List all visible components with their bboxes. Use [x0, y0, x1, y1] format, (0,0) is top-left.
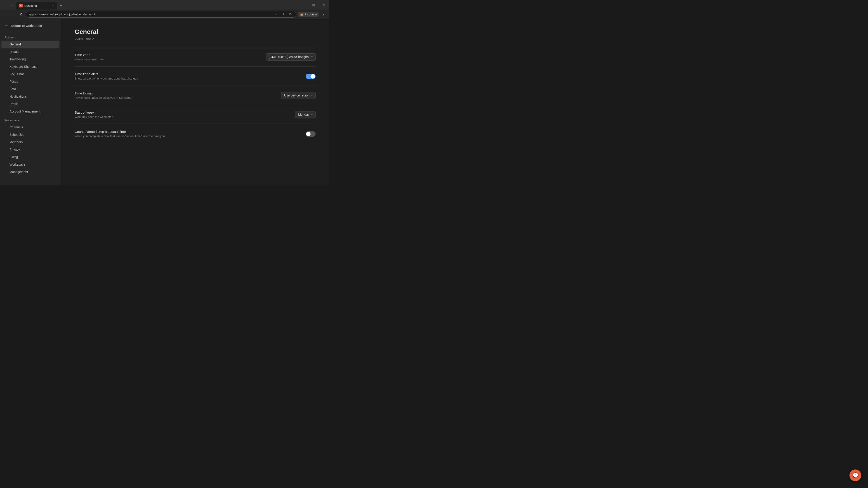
address-bar[interactable]: app.sunsama.com/group/moodjoy/settings/a… [26, 11, 296, 18]
window-minimize-button[interactable]: — [298, 0, 308, 9]
sidebar-item-timeboxing[interactable]: Timeboxing [1, 56, 59, 63]
dropdown-time-zone[interactable]: (GMT +08:00) Asia/Shanghai▾ [266, 53, 315, 61]
sidebar-item-focus-bar[interactable]: Focus Bar [1, 70, 59, 78]
sidebar-item-general[interactable]: General [1, 41, 59, 48]
dropdown-value-time-zone: (GMT +08:00) Asia/Shanghai [269, 55, 309, 59]
dropdown-chevron-icon: ▾ [311, 94, 313, 97]
toggle-time-zone-alert[interactable] [306, 74, 315, 79]
settings-section-time-format: Time formatHow should times be displayed… [74, 86, 315, 105]
sidebar-item-billing[interactable]: Billing [1, 153, 59, 161]
settings-label-start-of-week: Start of week [74, 110, 291, 114]
window-controls: — ⧉ × [298, 0, 329, 9]
account-nav: GeneralRitualsTimeboxingKeyboard Shortcu… [0, 41, 61, 115]
forward-button[interactable]: → [10, 11, 17, 18]
incognito-label: Incognito [305, 13, 317, 16]
tab-nav-back[interactable]: ‹ [2, 2, 8, 9]
settings-description-time-format: How should times be displayed in Sunsama… [74, 96, 277, 99]
tab-close-button[interactable]: × [50, 4, 54, 8]
sidebar-item-channels[interactable]: Channels [1, 124, 59, 131]
sidebar-item-beta[interactable]: Beta [1, 86, 59, 93]
main-content: General Learn more ↗ Time zoneWhat's you… [61, 19, 329, 185]
settings-description-count-planned-time: When you complete a task that has no "ac… [74, 134, 301, 138]
window-close-button[interactable]: × [319, 0, 329, 9]
new-tab-button[interactable]: + [58, 2, 64, 9]
download-button[interactable]: ⬇ [280, 11, 286, 17]
sidebar-item-rituals[interactable]: Rituals [1, 48, 59, 55]
dropdown-value-time-format: Use device region [284, 94, 309, 97]
learn-more-link[interactable]: Learn more ↗ [74, 37, 315, 40]
settings-label-group-start-of-week: Start of weekWhat day does the week star… [74, 110, 291, 119]
settings-description-time-zone-alert: Show an alert when your time zone has ch… [74, 77, 301, 80]
settings-section-time-zone-alert: Time zone alertShow an alert when your t… [74, 66, 315, 86]
dropdown-chevron-icon: ▾ [311, 113, 313, 116]
workspace-section-label: Workspace [0, 115, 61, 123]
page-title: General [74, 28, 315, 35]
sidebar-item-profile[interactable]: Profile [1, 100, 59, 107]
settings-section-start-of-week: Start of weekWhat day does the week star… [74, 105, 315, 124]
tab-title: Sunsama [24, 4, 49, 7]
settings-label-group-time-zone-alert: Time zone alertShow an alert when your t… [74, 72, 301, 80]
sidebar-item-account-management[interactable]: Account Management [1, 108, 59, 115]
dropdown-value-start-of-week: Monday [298, 113, 309, 116]
back-button[interactable]: ← [3, 11, 9, 18]
settings-label-time-zone: Time zone [74, 53, 261, 57]
sidebar: ← Return to workspace Account GeneralRit… [0, 19, 61, 185]
settings-section-count-planned-time: Count planned time as actual timeWhen yo… [74, 124, 315, 143]
browser-menu-button[interactable]: ⋮ [320, 11, 327, 17]
url-display: app.sunsama.com/group/moodjoy/settings/a… [29, 13, 271, 16]
settings-label-group-time-format: Time formatHow should times be displayed… [74, 91, 277, 99]
settings-label-count-planned-time: Count planned time as actual time [74, 130, 301, 133]
window-maximize-button[interactable]: ⧉ [308, 0, 319, 9]
sidebar-item-members[interactable]: Members [1, 138, 59, 146]
settings-sections: Time zoneWhat's your time zone(GMT +08:0… [74, 47, 315, 143]
tab-nav-forward[interactable]: › [9, 2, 16, 9]
external-link-icon: ↗ [92, 37, 94, 40]
incognito-badge: 🕵 Incognito [298, 12, 319, 17]
sidebar-item-schedules[interactable]: Schedules [1, 131, 59, 138]
learn-more-label: Learn more [74, 37, 91, 40]
sidebar-item-workspace[interactable]: Workspace [1, 161, 59, 168]
dropdown-start-of-week[interactable]: Monday▾ [295, 111, 315, 118]
reload-button[interactable]: ↺ [18, 11, 24, 18]
workspace-nav: ChannelsSchedulesMembersPrivacyBillingWo… [0, 124, 61, 175]
settings-label-group-time-zone: Time zoneWhat's your time zone [74, 53, 261, 61]
settings-description-time-zone: What's your time zone [74, 58, 261, 61]
sidebar-item-focus[interactable]: Focus [1, 78, 59, 85]
return-label: Return to workspace [11, 24, 42, 28]
settings-label-time-format: Time format [74, 91, 277, 95]
settings-label-time-zone-alert: Time zone alert [74, 72, 301, 76]
sidebar-item-privacy[interactable]: Privacy [1, 146, 59, 153]
account-section-label: Account [0, 32, 61, 40]
settings-description-start-of-week: What day does the week start [74, 115, 291, 119]
layout-button[interactable]: ⧉ [287, 11, 293, 17]
toggle-count-planned-time[interactable] [306, 131, 315, 137]
sidebar-item-keyboard-shortcuts[interactable]: Keyboard Shortcuts [1, 63, 59, 70]
browser-tab-active[interactable]: S Sunsama × [16, 2, 57, 9]
bookmark-button[interactable]: ☆ [273, 11, 279, 17]
sidebar-item-notifications[interactable]: Notifications [1, 93, 59, 100]
dropdown-time-format[interactable]: Use device region▾ [281, 92, 315, 99]
sidebar-item-workspace-management[interactable]: Management [1, 168, 59, 175]
incognito-icon: 🕵 [300, 13, 304, 16]
dropdown-chevron-icon: ▾ [311, 55, 313, 59]
return-to-workspace-link[interactable]: ← Return to workspace [0, 19, 61, 32]
toggle-knob-count-planned-time [306, 132, 311, 136]
return-arrow-icon: ← [4, 23, 8, 28]
toggle-knob-time-zone-alert [311, 74, 315, 78]
settings-section-time-zone: Time zoneWhat's your time zone(GMT +08:0… [74, 47, 315, 66]
tab-favicon: S [19, 4, 23, 7]
settings-label-group-count-planned-time: Count planned time as actual timeWhen yo… [74, 130, 301, 138]
